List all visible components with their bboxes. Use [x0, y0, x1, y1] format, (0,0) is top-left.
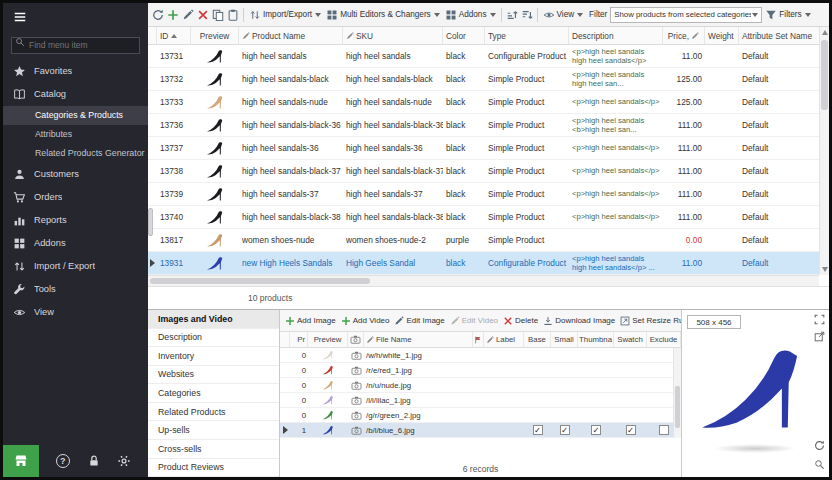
- rotate-icon[interactable]: [814, 440, 825, 451]
- tab-cross-sells[interactable]: Cross-sells: [148, 440, 279, 459]
- tab-websites[interactable]: Websites: [148, 366, 279, 385]
- sort-asc-button[interactable]: [505, 8, 519, 22]
- swatch-checkbox-cell[interactable]: ✓: [614, 425, 647, 435]
- base-checkbox[interactable]: ✓: [533, 425, 543, 435]
- column-header-weight[interactable]: Weight: [705, 27, 739, 44]
- tab-categories[interactable]: Categories: [148, 384, 279, 403]
- set-resize-rule-button[interactable]: Set Resize Rule: [618, 316, 681, 326]
- panel-splitter-handle[interactable]: [148, 208, 153, 236]
- column-header-image-preview[interactable]: Preview: [308, 332, 348, 347]
- sort-desc-button[interactable]: [520, 8, 534, 22]
- product-row[interactable]: 13738high heel sandals-black-37high heel…: [148, 160, 829, 183]
- tab-inventory[interactable]: Inventory: [148, 347, 279, 366]
- tab-related-products[interactable]: Related Products: [148, 403, 279, 422]
- column-header-exclude[interactable]: Exclude: [647, 332, 681, 347]
- view-menu[interactable]: View: [541, 8, 586, 22]
- tab-product-reviews[interactable]: Product Reviews: [148, 459, 279, 478]
- gear-icon[interactable]: [117, 454, 131, 468]
- open-external-icon[interactable]: [814, 331, 825, 342]
- products-horizontal-scrollbar[interactable]: [148, 275, 819, 286]
- refresh-button[interactable]: [151, 8, 165, 22]
- column-header-label[interactable]: Label: [484, 332, 524, 347]
- scrollbar-thumb[interactable]: [150, 278, 370, 284]
- column-header-thumbnail[interactable]: Thumbna: [578, 332, 614, 347]
- sidebar-item-categories-products[interactable]: Categories & Products: [3, 106, 148, 125]
- column-header-small[interactable]: Small: [551, 332, 578, 347]
- import-export-menu[interactable]: Import/Export: [247, 8, 323, 22]
- product-row[interactable]: 13739high heel sandals-37high heel sanda…: [148, 183, 829, 206]
- filter-select[interactable]: Show products from selected categories: [610, 7, 762, 23]
- search-input[interactable]: [11, 37, 140, 54]
- column-header-color[interactable]: Color: [443, 27, 485, 44]
- paste-button[interactable]: [226, 8, 240, 22]
- camera-column-icon[interactable]: [348, 332, 364, 347]
- column-header-type[interactable]: Type: [485, 27, 569, 44]
- small-checkbox[interactable]: ✓: [560, 425, 570, 435]
- row-expander[interactable]: [280, 426, 290, 434]
- column-header-preview[interactable]: Preview: [191, 27, 239, 44]
- image-row[interactable]: 0/w/h/white_1.jpg: [280, 348, 681, 363]
- sidebar-item-catalog[interactable]: Catalog: [3, 83, 148, 106]
- fullscreen-icon[interactable]: [814, 314, 825, 325]
- product-row[interactable]: 13931new High Heels SandalsHigh Geels Sa…: [148, 252, 829, 275]
- product-row[interactable]: 13737high heel sandals-36high heel sanda…: [148, 137, 829, 160]
- menu-icon[interactable]: [3, 3, 148, 31]
- scrollbar-thumb[interactable]: [821, 40, 828, 110]
- image-row[interactable]: 0/r/e/red_1.jpg: [280, 363, 681, 378]
- exclude-checkbox[interactable]: [659, 425, 669, 435]
- edit-image-button[interactable]: Edit Image: [392, 316, 446, 326]
- sidebar-item-tools[interactable]: Tools: [3, 278, 148, 301]
- tab-description[interactable]: Description: [148, 329, 279, 348]
- column-header-sku[interactable]: SKU: [343, 27, 443, 44]
- image-size-input[interactable]: 508 x 456: [687, 315, 741, 329]
- multi-editors-menu[interactable]: Multi Editors & Changers: [324, 8, 442, 22]
- column-header-product-name[interactable]: Product Name: [239, 27, 343, 44]
- column-header-base[interactable]: Base: [524, 332, 551, 347]
- delete-product-button[interactable]: [196, 8, 210, 22]
- product-row[interactable]: 13733high heel sandals-nudehigh heel san…: [148, 91, 829, 114]
- thumbnail-checkbox-cell[interactable]: ✓: [578, 425, 614, 435]
- download-image-button[interactable]: Download Image: [541, 316, 617, 326]
- scroll-down-icon[interactable]: [822, 267, 828, 272]
- tab-up-sells[interactable]: Up-sells: [148, 421, 279, 440]
- zoom-icon[interactable]: [814, 459, 825, 470]
- thumbnail-checkbox[interactable]: ✓: [591, 425, 601, 435]
- scroll-up-icon[interactable]: [822, 30, 828, 35]
- add-video-button[interactable]: Add Video: [339, 316, 392, 326]
- base-checkbox-cell[interactable]: ✓: [524, 425, 551, 435]
- copy-button[interactable]: [211, 8, 225, 22]
- image-row[interactable]: 1/b/l/blue_6.jpg✓✓✓✓: [280, 423, 681, 438]
- addons-menu[interactable]: Addons: [443, 8, 498, 22]
- delete-button[interactable]: Delete: [501, 316, 540, 326]
- product-row[interactable]: 13740high heel sandals-black-38high heel…: [148, 206, 829, 229]
- column-header-swatch[interactable]: Swatch: [614, 332, 647, 347]
- sidebar-item-customers[interactable]: Customers: [3, 163, 148, 186]
- edit-video-button[interactable]: Edit Video: [448, 316, 500, 326]
- column-header-id[interactable]: ID: [157, 27, 191, 44]
- product-row[interactable]: 13731high heel sandalshigh heel sandalsb…: [148, 45, 829, 68]
- product-row[interactable]: 13817women shoes-nudewomen shoes-nude-2p…: [148, 229, 829, 252]
- products-vertical-scrollbar[interactable]: [819, 27, 829, 275]
- column-header-attribute-set[interactable]: Attribute Set Name: [739, 27, 829, 44]
- images-vertical-scrollbar[interactable]: [673, 348, 681, 438]
- tab-images-and-video[interactable]: Images and Video: [148, 310, 279, 329]
- sidebar-item-favorites[interactable]: Favorites: [3, 60, 148, 83]
- product-row[interactable]: 13736high heel sandals-black-36high heel…: [148, 114, 829, 137]
- add-product-button[interactable]: [166, 8, 180, 22]
- scrollbar-thumb[interactable]: [675, 386, 680, 428]
- column-header-file-name[interactable]: File Name: [364, 332, 473, 347]
- column-header-position[interactable]: Pr: [290, 332, 308, 347]
- small-checkbox-cell[interactable]: ✓: [551, 425, 578, 435]
- image-row[interactable]: 0/l/i/lilac_1.jpg: [280, 393, 681, 408]
- filters-button[interactable]: Filters: [763, 8, 812, 22]
- sidebar-item-related-products-generator[interactable]: Related Products Generator: [3, 144, 148, 163]
- column-header-description[interactable]: Description: [569, 27, 663, 44]
- sidebar-item-reports[interactable]: Reports: [3, 209, 148, 232]
- image-row[interactable]: 0/n/u/nude.jpg: [280, 378, 681, 393]
- sidebar-item-orders[interactable]: Orders: [3, 186, 148, 209]
- help-icon[interactable]: ?: [56, 454, 70, 468]
- sidebar-item-import-export[interactable]: Import / Export: [3, 255, 148, 278]
- column-header-price[interactable]: Price,: [663, 27, 705, 44]
- sidebar-item-addons[interactable]: Addons: [3, 232, 148, 255]
- swatch-checkbox[interactable]: ✓: [626, 425, 636, 435]
